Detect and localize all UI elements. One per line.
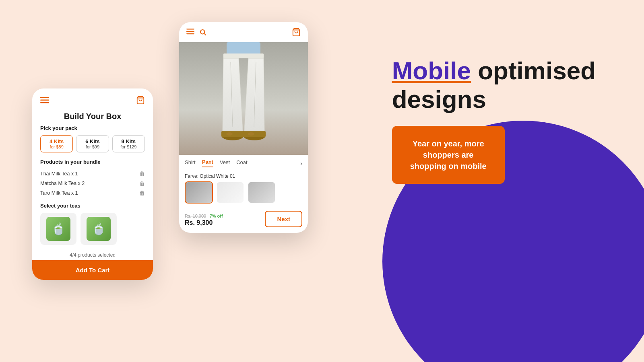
- tea-image-2: 🍵: [87, 217, 111, 241]
- bundle-item-2-name: Matcha Milk Tea x 2: [40, 181, 85, 186]
- svg-line-8: [204, 33, 206, 35]
- swatch-white-img: [217, 182, 244, 203]
- hamburger-icon[interactable]: [40, 97, 49, 105]
- tea-card-1[interactable]: 🍵: [40, 213, 76, 245]
- phone-left-mockup: Build Your Box Pick your pack 4 Kits for…: [32, 88, 153, 280]
- cart-icon-left[interactable]: [136, 96, 145, 106]
- left-phone-header: [40, 96, 145, 106]
- headline-mobile: Mobile: [392, 57, 471, 84]
- kit-9-count: 9 Kits: [114, 138, 143, 144]
- category-tabs: Shirt Pant Vest Coat ›: [179, 155, 308, 170]
- phone-right-mockup: Shirt Pant Vest Coat › Farve: Optical Wh…: [179, 22, 308, 233]
- swatch-gray-img: [186, 182, 212, 203]
- kit-option-6[interactable]: 6 Kits for $99: [76, 135, 109, 152]
- tab-coat[interactable]: Coat: [236, 159, 247, 167]
- swatch-lightgray-img: [248, 182, 275, 203]
- bundle-item-1-name: Thai Milk Tea x 1: [40, 171, 78, 177]
- info-card: Year on year, more shoppers are shopping…: [392, 126, 505, 184]
- trash-icon-1[interactable]: 🗑: [139, 171, 145, 177]
- price-original-row: Rs. 10,000 7% off: [185, 212, 223, 219]
- products-bundle-label: Products in your bundle: [40, 159, 145, 165]
- hamburger-icon-right[interactable]: [186, 29, 194, 37]
- svg-rect-6: [186, 33, 194, 34]
- tea-image-1: 🍵: [46, 217, 70, 241]
- next-button[interactable]: Next: [265, 211, 302, 227]
- svg-rect-1: [40, 100, 49, 101]
- header-icons-left: [186, 29, 206, 37]
- swatch-gray[interactable]: [185, 181, 213, 204]
- svg-rect-11: [227, 42, 260, 54]
- discount-badge: 7% off: [210, 214, 223, 218]
- kit-6-price: for $99: [78, 144, 107, 149]
- svg-point-7: [200, 30, 205, 34]
- color-swatches: [179, 181, 308, 208]
- tab-pant[interactable]: Pant: [202, 159, 213, 167]
- kit-9-price: for $129: [114, 144, 143, 149]
- swatch-lightgray[interactable]: [248, 181, 276, 204]
- tabs-next-arrow[interactable]: ›: [300, 160, 302, 167]
- tab-shirt[interactable]: Shirt: [185, 159, 196, 167]
- kit-4-price: for $89: [42, 144, 71, 149]
- product-image: [179, 42, 308, 155]
- current-price: Rs. 9,300: [185, 219, 223, 226]
- bundle-item-3-name: Taro Milk Tea x 1: [40, 190, 78, 196]
- svg-rect-12: [223, 53, 264, 58]
- svg-rect-5: [186, 31, 194, 32]
- trash-icon-3[interactable]: 🗑: [139, 190, 145, 196]
- select-teas-label: Select your teas: [40, 203, 145, 209]
- tea-card-2[interactable]: 🍵: [80, 213, 117, 245]
- original-price: Rs. 10,000: [185, 214, 206, 218]
- pick-pack-label: Pick your pack: [40, 125, 145, 131]
- kit-option-9[interactable]: 9 Kits for $129: [112, 135, 145, 152]
- pants-svg: [179, 42, 308, 155]
- headline: Mobile optimiseddesigns: [392, 56, 596, 114]
- teas-row: 🍵 🍵: [40, 213, 145, 249]
- svg-rect-4: [186, 29, 194, 29]
- price-row: Rs. 10,000 7% off Rs. 9,300 Next: [179, 208, 308, 233]
- svg-rect-10: [179, 42, 308, 155]
- products-selected-count: 4/4 products selected: [32, 249, 153, 260]
- tab-vest[interactable]: Vest: [220, 159, 230, 167]
- trash-icon-2[interactable]: 🗑: [139, 180, 145, 187]
- left-phone-title: Build Your Box: [40, 112, 145, 121]
- bundle-item-3: Taro Milk Tea x 1 🗑: [40, 188, 145, 198]
- cart-icon-right[interactable]: [292, 28, 301, 38]
- svg-rect-0: [40, 97, 49, 98]
- kit-options-group: 4 Kits for $89 6 Kits for $99 9 Kits for…: [40, 135, 145, 152]
- svg-point-19: [226, 132, 233, 136]
- add-to-cart-button[interactable]: Add To Cart: [32, 260, 153, 280]
- info-card-text: Year on year, more shoppers are shopping…: [407, 138, 490, 172]
- kit-6-count: 6 Kits: [78, 138, 107, 144]
- svg-point-20: [248, 132, 254, 136]
- kit-4-count: 4 Kits: [42, 138, 71, 144]
- search-icon-right[interactable]: [199, 29, 206, 37]
- bundle-item-2: Matcha Milk Tea x 2 🗑: [40, 179, 145, 188]
- svg-rect-2: [40, 102, 49, 103]
- kit-option-4[interactable]: 4 Kits for $89: [40, 135, 73, 152]
- swatch-white[interactable]: [216, 181, 244, 204]
- right-phone-header: [179, 22, 308, 42]
- right-text-section: Mobile optimiseddesigns Year on year, mo…: [392, 56, 596, 184]
- price-info: Rs. 10,000 7% off Rs. 9,300: [185, 212, 223, 226]
- farve-label: Farve: Optical White 01: [179, 170, 308, 181]
- bundle-item-1: Thai Milk Tea x 1 🗑: [40, 169, 145, 179]
